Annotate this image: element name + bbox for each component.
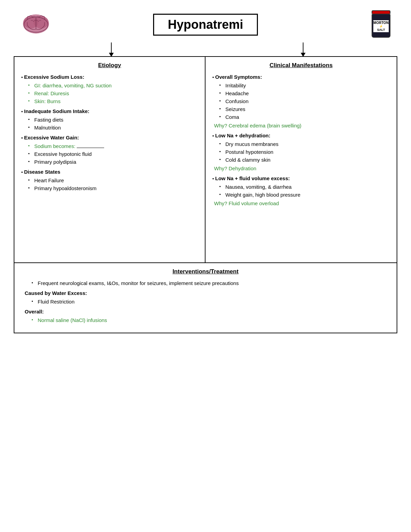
low-na-fluid-header: Low Na + fluid volume excess: — [212, 175, 390, 181]
low-na-dehydration-list: Dry mucus membranes Postural hypotension… — [212, 141, 390, 163]
low-na-dehydration-why: Why? Dehydration — [214, 165, 390, 171]
page-container: Hyponatremi MORTON ⚡ SALT Etio — [14, 10, 397, 333]
list-item: Dry mucus membranes — [219, 141, 390, 147]
interventions-section: Interventions/Treatment Frequent neurolo… — [14, 263, 397, 333]
overall-symptoms-why: Why? Cerebral edema (brain swelling) — [214, 123, 390, 128]
excessive-sodium-loss-list: GI: diarrhea, vomiting, NG suction Renal… — [21, 83, 198, 104]
list-item: Nausea, vomiting, & diarrhea — [219, 184, 390, 190]
list-item: Weight gain, high blood pressure — [219, 192, 390, 198]
sodium-blank — [77, 148, 104, 148]
list-item: Sodium becomes: — [28, 143, 198, 149]
list-item: Cold & clammy skin — [219, 157, 390, 163]
overall-header: Overall: — [25, 309, 386, 314]
list-item: Renal: Diuresis — [28, 90, 198, 96]
list-item: Coma — [219, 114, 390, 120]
arrow-right — [301, 42, 306, 57]
interventions-content: Frequent neurological exams, I&Os, monit… — [25, 280, 386, 323]
caused-header: Caused by Water Excess: — [25, 290, 386, 296]
salt-can-icon: MORTON ⚡ SALT — [372, 10, 390, 38]
list-item: Heart Failure — [28, 177, 198, 183]
list-item: Postural hypotension — [219, 149, 390, 155]
etiology-section: Etiology Excessive Sodium Loss: GI: diar… — [14, 57, 206, 262]
excessive-water-header: Excessive Water Gain: — [21, 135, 198, 140]
list-item: Skin: Burns — [28, 98, 198, 104]
overall-symptoms-header: Overall Symptoms: — [212, 74, 390, 80]
list-item: Confusion — [219, 98, 390, 104]
caused-list: Fluid Restriction — [25, 299, 386, 305]
excessive-water-list: Sodium becomes: Excessive hypotonic flui… — [21, 143, 198, 165]
main-content-boxes: Etiology Excessive Sodium Loss: GI: diar… — [14, 56, 397, 263]
list-item: Headache — [219, 90, 390, 96]
list-item: Primary polydipsia — [28, 159, 198, 165]
page-title: Hyponatremi — [153, 14, 258, 36]
list-item: Excessive hypotonic fluid — [28, 151, 198, 157]
etiology-title: Etiology — [21, 62, 198, 69]
list-item: Primary hypoaldosteronism — [28, 185, 198, 191]
interventions-title: Interventions/Treatment — [25, 268, 386, 275]
arrow-left — [109, 42, 114, 57]
list-item: Fluid Restriction — [32, 299, 386, 305]
low-na-fluid-why: Why? Fluid volume overload — [214, 200, 390, 206]
list-item: Normal saline (NaCl) infusions — [32, 317, 386, 323]
arrows — [14, 42, 397, 56]
excessive-sodium-loss-header: Excessive Sodium Loss: — [21, 74, 198, 80]
inadequate-sodium-header: Inadequate Sodium Intake: — [21, 108, 198, 114]
inadequate-sodium-list: Fasting diets Malnutrition — [21, 117, 198, 131]
clinical-title: Clinical Manifestations — [212, 62, 390, 69]
list-item: Seizures — [219, 106, 390, 112]
overall-symptoms-list: Irritability Headache Confusion Seizures… — [212, 83, 390, 120]
list-item: GI: diarrhea, vomiting, NG suction — [28, 83, 198, 88]
brain-icon — [21, 10, 51, 41]
clinical-section: Clinical Manifestations Overall Symptoms… — [206, 57, 397, 262]
list-item: Frequent neurological exams, I&Os, monit… — [32, 280, 386, 286]
low-na-fluid-list: Nausea, vomiting, & diarrhea Weight gain… — [212, 184, 390, 198]
low-na-dehydration-header: Low Na + dehydration: — [212, 133, 390, 138]
disease-states-header: Disease States — [21, 169, 198, 175]
list-item: Irritability — [219, 83, 390, 88]
interventions-main-list: Frequent neurological exams, I&Os, monit… — [25, 280, 386, 286]
list-item: Fasting diets — [28, 117, 198, 123]
header-area: Hyponatremi MORTON ⚡ SALT — [14, 10, 397, 39]
list-item: Malnutrition — [28, 125, 198, 131]
overall-list: Normal saline (NaCl) infusions — [25, 317, 386, 323]
disease-states-list: Heart Failure Primary hypoaldosteronism — [21, 177, 198, 191]
